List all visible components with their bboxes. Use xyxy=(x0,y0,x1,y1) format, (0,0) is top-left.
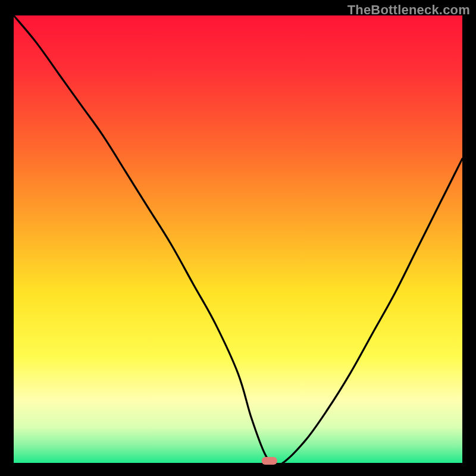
bottleneck-chart xyxy=(0,0,476,476)
chart-frame: TheBottleneck.com xyxy=(0,0,476,476)
optimal-marker xyxy=(262,457,277,465)
plot-background xyxy=(14,15,462,463)
